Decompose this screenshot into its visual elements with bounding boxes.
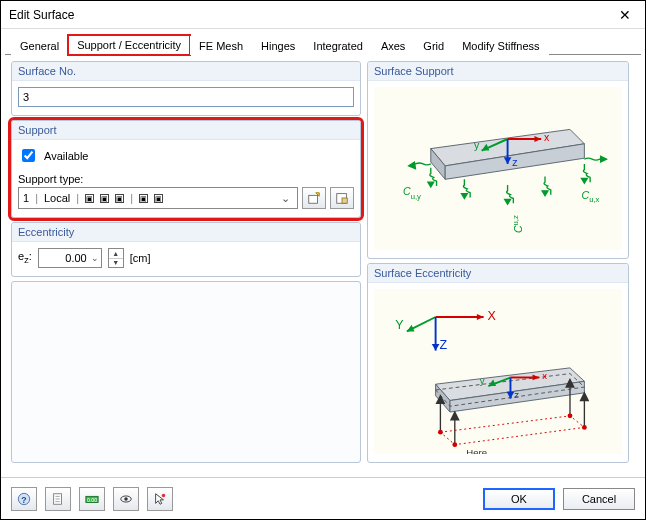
support-type-dropdown[interactable]: 1 | Local | ▣ ▣ ▣ | ▣ ▣ ⌄ [18, 187, 298, 209]
svg-text:Z: Z [439, 338, 447, 352]
new-support-button[interactable] [302, 187, 326, 209]
dialog-footer: ? 0.00 OK Cancel [1, 477, 645, 519]
close-icon: ✕ [619, 7, 631, 23]
svg-marker-13 [428, 182, 434, 187]
svg-text:Y: Y [395, 318, 404, 332]
svg-text:0.00: 0.00 [87, 496, 97, 502]
empty-group [11, 281, 361, 463]
svg-text:X: X [487, 309, 496, 323]
svg-marker-17 [581, 178, 587, 183]
help-icon: ? [17, 492, 31, 506]
surface-support-preview-group: Surface Support x y z [367, 61, 629, 259]
units-icon: 0.00 [85, 492, 99, 506]
tab-fe-mesh[interactable]: FE Mesh [190, 36, 252, 55]
surface-support-illustration: x y z Cu,x [374, 87, 622, 250]
svg-marker-52 [451, 412, 459, 420]
edit-icon [335, 191, 349, 205]
constraint-icon: ▣ [100, 194, 109, 203]
tab-strip: General Support / Eccentricity FE Mesh H… [5, 33, 641, 55]
surface-no-input[interactable] [18, 87, 354, 107]
constraint-icon: ▣ [154, 194, 163, 203]
support-title: Support [12, 121, 360, 140]
constraint-icon: ▣ [139, 194, 148, 203]
surface-support-preview-title: Surface Support [368, 62, 628, 81]
svg-marker-16 [542, 191, 548, 196]
support-group: Support Available Support type: 1 | Loca… [11, 120, 361, 218]
ez-value-input[interactable]: 0.00 ⌄ [38, 248, 102, 268]
svg-text:Here: Here [466, 447, 487, 454]
svg-marker-18 [601, 156, 607, 162]
dialog-window: Edit Surface ✕ General Support / Eccentr… [0, 0, 646, 520]
support-preview-svg: x y z Cu,x [378, 91, 618, 250]
ez-label: ez: [18, 250, 32, 265]
tab-general[interactable]: General [11, 36, 68, 55]
ez-unit: [cm] [130, 252, 151, 264]
surface-no-title: Surface No. [12, 62, 360, 81]
surface-eccentricity-illustration: X Y Z x y [374, 289, 622, 454]
window-title: Edit Surface [9, 8, 74, 22]
tab-axes[interactable]: Axes [372, 36, 414, 55]
svg-marker-19 [409, 162, 416, 169]
cancel-button[interactable]: Cancel [563, 488, 635, 510]
support-type-selected: 1 | Local | ▣ ▣ ▣ | ▣ ▣ [23, 192, 277, 204]
left-column: Surface No. Support Available Support ty… [11, 61, 361, 463]
pick-button[interactable] [147, 487, 173, 511]
chevron-down-icon: ⌄ [91, 253, 99, 263]
units-button[interactable]: 0.00 [79, 487, 105, 511]
z-axis-label: z [512, 156, 517, 168]
svg-text:z: z [514, 389, 519, 400]
tab-modify-stiffness[interactable]: Modify Stiffness [453, 36, 548, 55]
support-type-label: Support type: [18, 173, 354, 185]
constraint-icon: ▣ [85, 194, 94, 203]
tab-support-eccentricity[interactable]: Support / Eccentricity [68, 35, 190, 55]
x-axis-label: x [544, 131, 550, 143]
spin-up-icon: ▲ [109, 249, 123, 259]
svg-text:y: y [480, 375, 485, 386]
available-checkbox-row[interactable]: Available [18, 146, 354, 165]
constraint-icon: ▣ [115, 194, 124, 203]
tab-hinges[interactable]: Hinges [252, 36, 304, 55]
tab-grid[interactable]: Grid [414, 36, 453, 55]
svg-text:u,x: u,x [589, 195, 599, 204]
note-icon [51, 492, 65, 506]
svg-text:x: x [542, 370, 547, 381]
svg-marker-54 [581, 393, 589, 401]
view-button[interactable] [113, 487, 139, 511]
y-axis-label: y [474, 139, 480, 151]
available-label: Available [44, 150, 88, 162]
edit-support-button[interactable] [330, 187, 354, 209]
available-checkbox[interactable] [22, 149, 35, 162]
right-column: Surface Support x y z [367, 61, 629, 463]
spin-down-icon: ▼ [109, 259, 123, 268]
surface-no-group: Surface No. [11, 61, 361, 116]
eccentricity-title: Eccentricity [12, 223, 360, 242]
ez-spinner[interactable]: ▲ ▼ [108, 248, 124, 268]
ecc-preview-svg: X Y Z x y [378, 293, 618, 454]
svg-rect-3 [342, 198, 347, 203]
svg-point-74 [162, 493, 166, 497]
svg-marker-27 [477, 314, 484, 320]
svg-text:?: ? [21, 494, 26, 504]
tab-integrated[interactable]: Integrated [304, 36, 372, 55]
new-icon [307, 191, 321, 205]
content-area: Surface No. Support Available Support ty… [1, 55, 645, 463]
eccentricity-group: Eccentricity ez: 0.00 ⌄ ▲ ▼ [cm] [11, 222, 361, 277]
svg-text:u,y: u,y [411, 192, 421, 201]
surface-eccentricity-preview-title: Surface Eccentricity [368, 264, 628, 283]
pick-icon [153, 492, 167, 506]
title-bar: Edit Surface ✕ [1, 1, 645, 29]
svg-marker-14 [462, 194, 468, 199]
svg-rect-0 [309, 195, 318, 203]
help-button[interactable]: ? [11, 487, 37, 511]
note-button[interactable] [45, 487, 71, 511]
close-button[interactable]: ✕ [605, 1, 645, 29]
svg-marker-15 [505, 199, 511, 204]
svg-point-72 [124, 497, 128, 501]
svg-text:u,z: u,z [511, 215, 520, 225]
eye-icon [119, 492, 133, 506]
ok-button[interactable]: OK [483, 488, 555, 510]
surface-eccentricity-preview-group: Surface Eccentricity X Y Z [367, 263, 629, 463]
svg-marker-33 [432, 344, 440, 351]
chevron-down-icon: ⌄ [277, 192, 293, 205]
